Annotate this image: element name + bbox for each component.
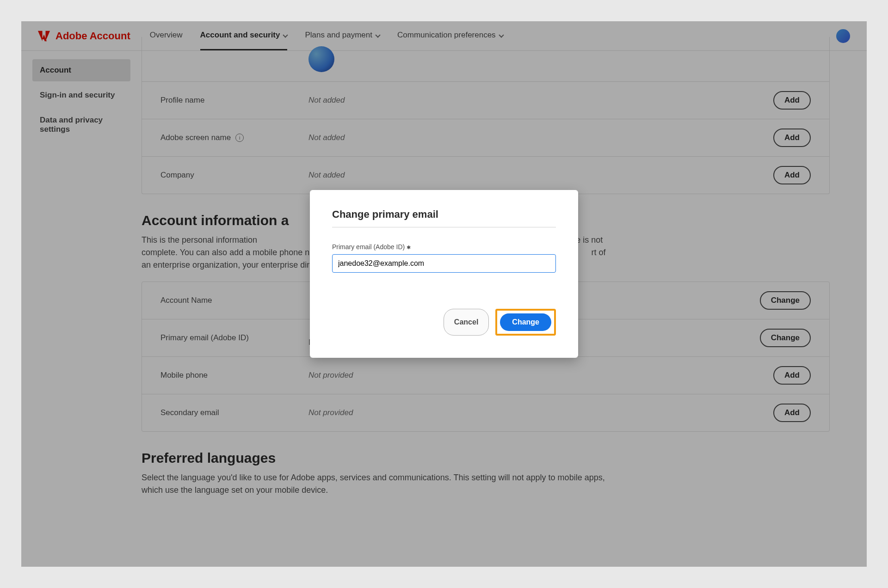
highlight-ring: Change — [495, 309, 556, 336]
divider — [332, 227, 556, 227]
cancel-button[interactable]: Cancel — [444, 309, 489, 336]
change-email-modal: Change primary email Primary email (Adob… — [310, 190, 578, 358]
modal-field-label: Primary email (Adobe ID) ✱ — [332, 243, 556, 251]
primary-email-input[interactable] — [332, 254, 556, 273]
change-submit-button[interactable]: Change — [500, 313, 551, 331]
modal-title: Change primary email — [332, 208, 556, 220]
